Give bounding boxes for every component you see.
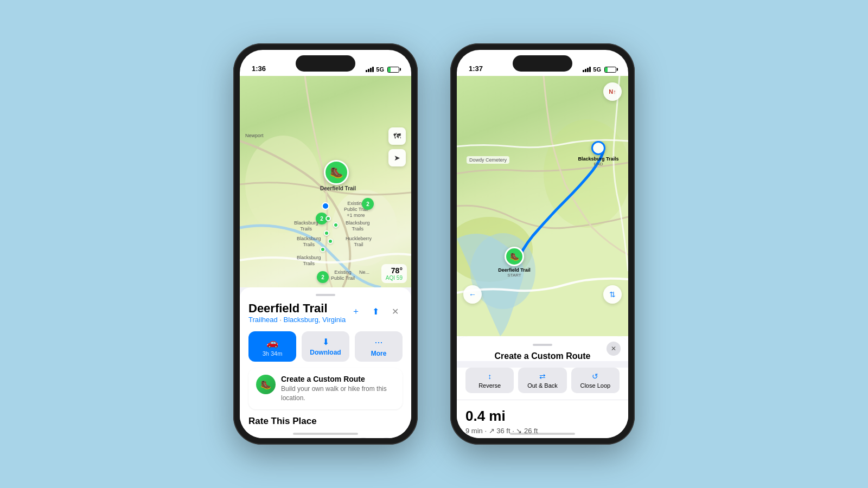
trail-label-4: BlacksburgTrails [297, 255, 321, 267]
out-back-icon: ⇄ [539, 372, 546, 381]
share-btn[interactable]: ⬆ [368, 304, 383, 319]
s-bar-3 [587, 68, 589, 72]
network-type-1: 5G [376, 66, 384, 73]
deerfield-map-label: Deerfield Trail [320, 185, 356, 192]
start-pin: 🥾 Deerfield Trail START [505, 247, 524, 266]
status-icons-1: 5G [366, 66, 399, 73]
home-indicator-2 [510, 433, 575, 435]
map-type-btn[interactable]: 🗺 [388, 127, 406, 145]
back-btn[interactable]: ← [463, 285, 482, 304]
car-icon: 🚗 [266, 337, 278, 349]
custom-route-icon: 🥾 [256, 375, 276, 394]
location-btn[interactable]: ➤ [388, 149, 406, 166]
close-loop-btn[interactable]: ↺ Close Loop [571, 368, 620, 393]
panel-handle-1 [316, 294, 335, 296]
trail-subtitle: Trailhead · Blacksburg, Virginia [248, 316, 346, 324]
create-route-modal: Create a Custom Route ✕ ↕ Reverse ⇄ Out … [457, 336, 628, 438]
main-trail-pin[interactable]: 🥾 [324, 160, 349, 185]
home-indicator-1 [293, 433, 358, 435]
start-label: Deerfield Trail [498, 267, 531, 273]
dynamic-island-1 [296, 55, 355, 72]
download-btn[interactable]: ⬇ Download [302, 331, 349, 362]
trail-label-3: BlacksburgTrails [297, 236, 321, 248]
modal-handle [533, 344, 552, 346]
modal-header: Create a Custom Route ✕ [457, 336, 628, 361]
loc-dot-4 [328, 239, 333, 244]
network-type-2: 5G [593, 66, 601, 73]
loc-dot-3 [324, 230, 329, 236]
bottom-panel-1: Deerfield Trail Trailhead · Blacksburg, … [240, 287, 411, 438]
route-options: ↕ Reverse ⇄ Out & Back ↺ Close Loop [457, 368, 628, 400]
trail-header: Deerfield Trail Trailhead · Blacksburg, … [248, 301, 403, 330]
signal-bar-2 [368, 69, 369, 72]
trail-label-1: BlacksburgTrails [294, 220, 318, 232]
map-area-1[interactable]: Newport 🥾 Deerfield Trail 2 BlacksburgTr… [240, 76, 411, 287]
phone-1: 1:36 5G [233, 43, 418, 445]
out-back-btn[interactable]: ⇄ Out & Back [518, 368, 566, 393]
status-time-2: 1:37 [469, 65, 483, 73]
more-icon: ··· [374, 337, 382, 348]
s-bar-1 [583, 70, 584, 72]
s-bar-4 [589, 67, 591, 72]
dynamic-island-2 [513, 55, 572, 72]
cluster-3[interactable]: 2 [317, 271, 329, 283]
battery-icon-1 [387, 67, 399, 73]
start-sub: START [498, 273, 531, 278]
s-bar-2 [585, 69, 586, 72]
battery-icon-2 [604, 67, 616, 73]
modal-title: Create a Custom Route [465, 351, 620, 361]
phone-2: 1:37 5G [450, 43, 635, 445]
compass-btn[interactable]: N↑ [603, 82, 622, 101]
map-area-2[interactable]: Dowdy Cemetery 🥾 Deerfield Trail START B… [457, 76, 628, 336]
status-time-1: 1:36 [252, 65, 266, 73]
end-pin: Blacksburg Trails END [591, 141, 605, 155]
custom-route-text: Create a Custom Route Build your own wal… [281, 375, 395, 403]
svg-point-4 [544, 119, 628, 228]
newport-label: Newport [245, 133, 264, 139]
rate-thumbs: 👍 👎 [355, 438, 395, 438]
trail-actions: ＋ ⬆ ✕ [348, 304, 403, 319]
svg-point-2 [322, 203, 329, 209]
loc-dot-2 [333, 222, 339, 228]
trail-label-2: BlacksburgTrails [346, 220, 370, 232]
signal-bar-4 [372, 67, 374, 72]
loc-dot-1 [326, 216, 331, 221]
cemetery-label: Dowdy Cemetery [467, 156, 509, 164]
aqi-label: AQI 59 [386, 275, 403, 281]
end-sub: END [578, 162, 618, 166]
signal-bars-2 [583, 67, 591, 72]
thumbs-down-btn[interactable]: 👎 [378, 438, 395, 438]
custom-route-card[interactable]: 🥾 Create a Custom Route Build your own w… [248, 368, 403, 409]
signal-bar-3 [370, 68, 372, 72]
signal-bars-1 [366, 67, 374, 72]
trail-title: Deerfield Trail [248, 301, 346, 316]
cluster-2[interactable]: 2 [362, 198, 374, 210]
end-label: Blacksburg Trails [578, 156, 618, 162]
close-btn[interactable]: ✕ [387, 304, 403, 319]
close-loop-icon: ↺ [592, 372, 598, 381]
download-icon: ⬇ [322, 337, 329, 347]
add-btn[interactable]: ＋ [348, 304, 363, 319]
svg-point-0 [245, 136, 321, 233]
more-btn[interactable]: ··· More [355, 331, 403, 362]
loc-dot-5 [320, 247, 326, 252]
trail-label-5: HuckleberryTrail [346, 236, 372, 248]
filter-btn[interactable]: ⇅ [603, 285, 622, 304]
signal-bar-1 [366, 70, 367, 72]
drive-btn[interactable]: 🚗 3h 34m [248, 331, 296, 362]
thumbs-up-btn[interactable]: 👍 [355, 438, 372, 438]
modal-close-btn[interactable]: ✕ [607, 342, 621, 356]
reverse-btn[interactable]: ↕ Reverse [465, 368, 514, 393]
weather-badge: 78° AQI 59 [381, 264, 407, 283]
trail-label-8: Ne... [359, 269, 369, 275]
route-distance: 0.4 mi [465, 408, 620, 425]
reverse-icon: ↕ [488, 372, 492, 381]
status-icons-2: 5G [583, 66, 616, 73]
action-row: 🚗 3h 34m ⬇ Download ··· More [248, 331, 403, 362]
trail-label-7: ExistingPublic Trail [331, 269, 355, 281]
